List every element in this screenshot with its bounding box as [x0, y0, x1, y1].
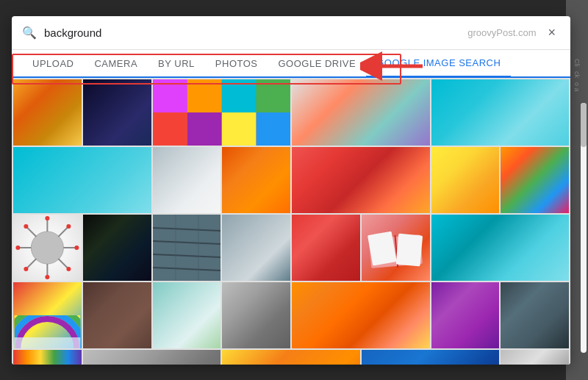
svg-point-19 [15, 245, 20, 250]
tab-by-url[interactable]: BY URL [148, 51, 205, 76]
search-bar: 🔍 groovyPost.com × [12, 16, 570, 50]
tab-photos[interactable]: PHOTOS [205, 51, 268, 76]
image-thumbnail[interactable] [153, 215, 221, 281]
tabs-row: UPLOAD CAMERA BY URL PHOTOS GOOGLE DRIVE… [12, 50, 570, 78]
side-panel-text: Cli [573, 59, 581, 67]
svg-rect-2 [221, 79, 256, 112]
image-thumbnail[interactable] [431, 282, 500, 348]
image-thumbnail[interactable] [431, 79, 570, 146]
search-input[interactable] [44, 26, 460, 39]
image-thumbnail[interactable] [13, 79, 82, 146]
svg-rect-43 [14, 337, 80, 348]
image-thumbnail[interactable] [13, 147, 151, 213]
svg-point-18 [45, 275, 49, 279]
svg-point-20 [74, 245, 79, 250]
image-thumbnail[interactable] [13, 215, 82, 281]
svg-rect-25 [153, 215, 221, 281]
close-button[interactable]: × [543, 24, 560, 42]
image-thumbnail[interactable] [222, 215, 290, 281]
image-thumbnail[interactable] [222, 350, 360, 365]
watermark-text: groovyPost.com [467, 27, 536, 38]
svg-rect-5 [187, 112, 221, 146]
svg-rect-6 [221, 112, 256, 146]
image-thumbnail[interactable] [362, 215, 430, 281]
insert-image-dialog: 🔍 groovyPost.com × UPLOAD CAMERA BY URL … [12, 16, 570, 365]
image-thumbnail[interactable] [83, 282, 151, 348]
image-thumbnail[interactable] [292, 282, 430, 348]
image-thumbnail[interactable] [153, 147, 221, 213]
image-thumbnail[interactable] [431, 215, 570, 281]
tab-camera[interactable]: CAMERA [84, 51, 148, 76]
side-panel-text2: ck [573, 71, 581, 78]
search-icon: 🔍 [22, 26, 37, 40]
side-panel-text3: o a [573, 82, 581, 92]
svg-rect-3 [256, 79, 290, 112]
svg-point-23 [66, 224, 71, 229]
image-thumbnail[interactable] [83, 350, 221, 365]
image-thumbnail[interactable] [292, 79, 430, 146]
svg-point-24 [24, 267, 28, 271]
image-thumbnail[interactable] [13, 350, 82, 365]
image-thumbnail[interactable] [83, 79, 151, 146]
image-thumbnail[interactable] [292, 147, 430, 213]
image-thumbnail[interactable] [501, 282, 569, 348]
svg-point-22 [66, 267, 71, 271]
svg-rect-35 [395, 234, 423, 267]
image-thumbnail[interactable] [83, 215, 151, 281]
image-thumbnail[interactable] [501, 147, 569, 213]
image-thumbnail[interactable] [153, 79, 291, 146]
image-thumbnail[interactable] [362, 350, 500, 365]
svg-rect-1 [187, 79, 221, 112]
image-grid [12, 78, 570, 365]
image-thumbnail[interactable] [501, 350, 569, 365]
image-thumbnail[interactable] [222, 282, 290, 348]
image-thumbnail[interactable] [431, 147, 500, 213]
tab-google-image-search[interactable]: GOOGLE IMAGE SEARCH [366, 50, 511, 78]
scrollbar-thumb[interactable] [581, 103, 587, 147]
image-thumbnail[interactable] [292, 215, 360, 281]
tab-upload[interactable]: UPLOAD [22, 51, 84, 76]
image-thumbnail[interactable] [153, 282, 221, 348]
image-thumbnail[interactable] [222, 147, 290, 213]
scrollbar[interactable] [581, 103, 587, 353]
svg-point-17 [45, 216, 49, 221]
tab-google-drive[interactable]: GOOGLE DRIVE [268, 51, 367, 76]
svg-point-21 [24, 224, 28, 229]
svg-rect-0 [153, 79, 187, 112]
image-thumbnail[interactable] [13, 282, 82, 348]
svg-rect-7 [256, 112, 290, 146]
svg-rect-4 [153, 112, 187, 146]
